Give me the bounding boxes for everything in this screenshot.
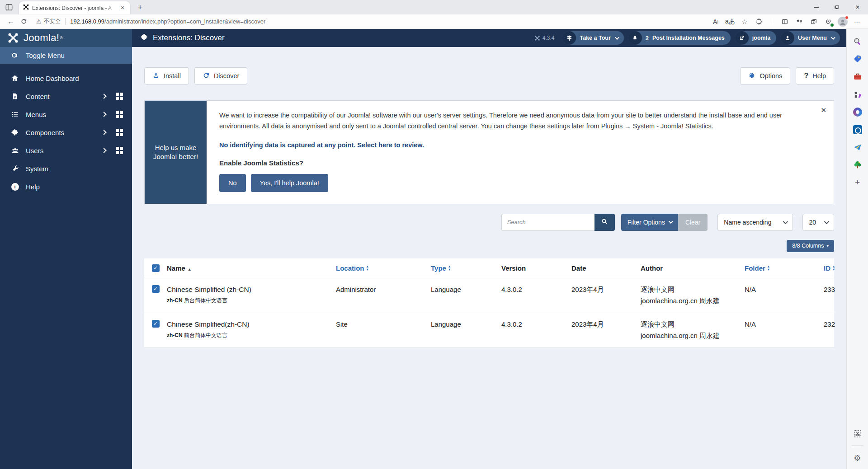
sidebar-item-help[interactable]: i Help	[0, 178, 132, 196]
user-menu-button[interactable]: User Menu	[781, 31, 840, 45]
cell-folder: N/A	[745, 278, 824, 300]
sidebar-item-content[interactable]: Content	[0, 87, 132, 105]
close-icon[interactable]: ✕	[821, 106, 826, 114]
shopping-icon[interactable]	[852, 53, 863, 65]
tree-icon[interactable]	[852, 159, 863, 171]
url-text[interactable]: 192.168.0.99/administrator/index.php?opt…	[70, 18, 265, 25]
install-button[interactable]: Install	[144, 67, 189, 84]
sidebar-item-home-dashboard[interactable]: Home Dashboard	[0, 69, 132, 87]
outlook-icon[interactable]	[852, 124, 863, 136]
edge-sidebar: + ⚙	[846, 29, 868, 469]
statistics-review-link[interactable]: No identifying data is captured at any p…	[219, 141, 424, 149]
screenshot-icon[interactable]	[852, 428, 863, 440]
tab-close-icon[interactable]: ✕	[118, 4, 127, 12]
columns-toggle-button[interactable]: 8/8 Columns ▾	[787, 240, 834, 252]
favorites-list-icon[interactable]	[793, 16, 806, 28]
extensions-icon[interactable]	[753, 16, 765, 28]
sidebar-item-toggle-menu[interactable]: Toggle Menu	[0, 47, 132, 64]
clear-button[interactable]: Clear	[678, 214, 708, 231]
site-preview-button[interactable]: joomla	[735, 31, 776, 45]
chevron-right-icon[interactable]	[101, 112, 106, 117]
row-checkbox[interactable]: ✓	[152, 320, 160, 328]
question-mark-icon: ?	[804, 72, 808, 80]
joomla-logo[interactable]: Joomla!®	[0, 29, 132, 47]
users-icon	[10, 146, 20, 155]
search-icon[interactable]	[852, 36, 863, 47]
take-a-tour-button[interactable]: Take a Tour	[562, 31, 623, 45]
statistics-body: We want to increase the compatibility of…	[207, 101, 834, 204]
toggle-icon	[10, 51, 20, 60]
sidebar-item-components[interactable]: Components	[0, 123, 132, 141]
statistics-no-button[interactable]: No	[219, 174, 246, 192]
chevron-right-icon[interactable]	[101, 130, 106, 135]
back-icon[interactable]: ←	[5, 16, 17, 28]
sidebar-item-system[interactable]: System	[0, 159, 132, 178]
new-tab-button[interactable]: +	[135, 2, 146, 13]
browser-essentials-icon[interactable]	[822, 16, 835, 28]
close-button[interactable]: ✕	[847, 0, 868, 14]
restore-button[interactable]	[826, 0, 847, 14]
security-label[interactable]: 不安全	[44, 18, 61, 25]
sidebar-item-menus[interactable]: Menus	[0, 105, 132, 123]
dashboard-grid-icon[interactable]	[116, 111, 123, 118]
chevron-right-icon[interactable]	[101, 148, 106, 153]
filter-bar: Filter Options Clear Name ascending 20	[144, 214, 834, 231]
table-row: ✓ Chinese Simplified(zh-CN) zh-CN 前台简体中文…	[144, 313, 834, 347]
statistics-message: We want to increase the compatibility of…	[219, 110, 813, 132]
search-button[interactable]	[594, 214, 615, 231]
collections-icon[interactable]	[807, 16, 820, 28]
help-button[interactable]: ? Help	[796, 67, 834, 84]
sort-select[interactable]: Name ascending	[717, 214, 793, 231]
chevron-down-icon	[615, 35, 619, 40]
sort-asc-icon: ▲	[188, 267, 192, 272]
chevron-down-icon	[669, 219, 673, 224]
dashboard-grid-icon[interactable]	[116, 129, 123, 136]
games-icon[interactable]	[852, 89, 863, 100]
settings-gear-icon[interactable]: ⚙	[852, 452, 863, 464]
select-all-checkbox[interactable]: ✓	[152, 264, 160, 272]
column-header-folder[interactable]: Folder▴▾	[745, 264, 824, 272]
discover-button[interactable]: Discover	[194, 67, 247, 84]
column-header-id[interactable]: ID▴▾	[824, 264, 841, 272]
profile-avatar[interactable]	[836, 16, 849, 28]
dashboard-grid-icon[interactable]	[116, 147, 123, 154]
split-screen-icon[interactable]	[778, 16, 791, 28]
search-input[interactable]	[501, 214, 594, 231]
options-button[interactable]: Options	[740, 67, 790, 84]
add-icon[interactable]: +	[852, 177, 863, 188]
column-header-name[interactable]: Name▲	[167, 264, 336, 272]
toolbox-icon[interactable]	[852, 71, 863, 83]
browser-menu-icon[interactable]: ⋯	[851, 16, 863, 28]
sidebar-item-users[interactable]: Users	[0, 141, 132, 159]
statistics-yes-button[interactable]: Yes, I'll help Joomla!	[251, 174, 328, 192]
drop-icon[interactable]	[852, 141, 863, 153]
post-installation-messages-button[interactable]: 2 Post Installation Messages	[628, 31, 731, 45]
row-checkbox[interactable]: ✓	[152, 285, 160, 293]
cell-version: 4.3.0.2	[501, 313, 571, 335]
column-header-type[interactable]: Type▴▾	[431, 264, 501, 272]
wrench-icon	[10, 165, 20, 173]
sidebar-divider	[852, 446, 863, 446]
sidebar-menu: Toggle Menu Home Dashboard Content Menus	[0, 47, 132, 196]
read-aloud-icon[interactable]: A)	[709, 16, 722, 28]
page-size-select[interactable]: 20	[802, 214, 834, 231]
upload-icon	[152, 72, 160, 80]
table-header-row: ✓ Name▲ Location▴▾ Type▴▾ Version Date A…	[144, 258, 834, 278]
browser-toolbar: ← ⚠ 不安全 192.168.0.99/administrator/index…	[0, 14, 868, 29]
refresh-icon[interactable]	[17, 16, 30, 28]
filter-options-button[interactable]: Filter Options	[621, 214, 678, 231]
sort-icon: ▴▾	[833, 265, 835, 271]
microsoft-365-icon[interactable]	[852, 106, 863, 118]
window-controls: ✕	[806, 0, 868, 14]
chevron-down-icon	[831, 35, 835, 40]
column-header-location[interactable]: Location▴▾	[336, 264, 431, 272]
address-bar[interactable]: ⚠ 不安全 192.168.0.99/administrator/index.p…	[36, 18, 709, 25]
dashboard-grid-icon[interactable]	[116, 93, 123, 100]
translate-icon[interactable]: aあ	[724, 16, 736, 28]
favorite-star-icon[interactable]: ☆	[738, 16, 751, 28]
minimize-button[interactable]	[806, 0, 826, 14]
tab-layout-icon[interactable]	[5, 3, 14, 12]
chevron-right-icon[interactable]	[101, 94, 106, 98]
browser-tab[interactable]: Extensions: Discover - joomla - A ✕	[19, 1, 130, 14]
statistics-aside: Help us make Joomla! better!	[145, 101, 207, 204]
